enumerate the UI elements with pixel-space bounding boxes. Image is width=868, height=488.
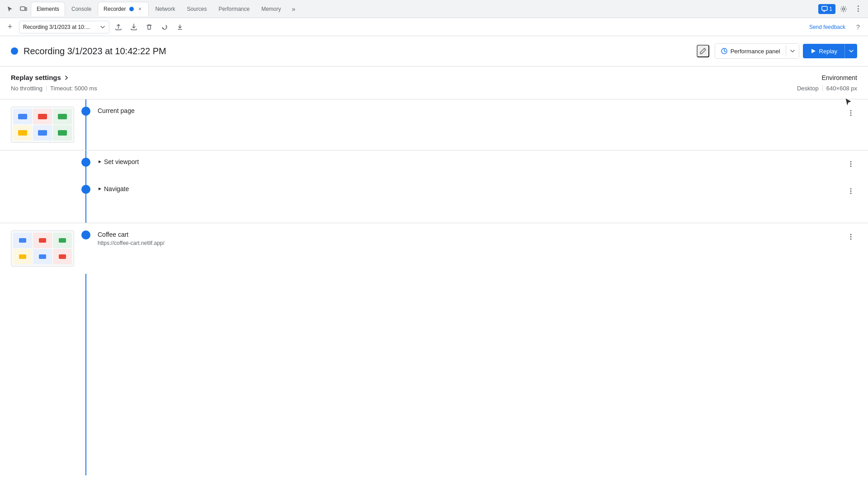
play-icon	[810, 48, 816, 54]
three-dots-navigate-icon	[847, 188, 854, 195]
settings-title-group: Replay settings No throttling Timeout: 5…	[11, 74, 97, 92]
device-mode-btn[interactable]	[17, 3, 30, 15]
step-dot-viewport	[81, 158, 90, 167]
dropdown-chevron-icon	[100, 24, 105, 30]
svg-point-8	[850, 113, 852, 114]
three-dots-coffee-icon	[847, 233, 854, 240]
tab-network[interactable]: Network	[150, 2, 180, 16]
coffee-cart-thumbnail	[11, 230, 74, 267]
svg-point-4	[843, 8, 845, 10]
step-dot-navigate	[81, 185, 90, 194]
step-dot-current-page	[81, 107, 90, 116]
svg-point-5	[163, 28, 164, 29]
step-more-coffee[interactable]	[844, 230, 857, 243]
recording-dot-icon	[129, 6, 134, 12]
gear-icon	[840, 5, 847, 13]
upload-icon	[115, 23, 122, 31]
toolbar: + Recording 3/1/2023 at 10:...	[0, 18, 868, 36]
step-more-viewport[interactable]	[844, 158, 857, 170]
step-expand-viewport[interactable]: Set viewport	[98, 158, 837, 165]
step-content-current-page: Current page	[98, 107, 837, 114]
svg-rect-1	[25, 8, 27, 10]
more-options-btn[interactable]: ⋮	[852, 3, 864, 15]
tab-memory[interactable]: Memory	[256, 2, 286, 16]
expand-icon-viewport	[98, 160, 102, 164]
step-dot-container	[81, 107, 90, 116]
import-btn[interactable]	[127, 21, 140, 33]
tab-bar: Elements Console Recorder × Network Sour…	[0, 0, 868, 18]
step-content-navigate: Navigate	[98, 185, 837, 192]
step-dot-container-viewport	[81, 158, 90, 167]
recording-selector[interactable]: Recording 3/1/2023 at 10:...	[19, 21, 109, 33]
env-divider	[822, 85, 823, 91]
more-tabs-btn[interactable]: »	[288, 3, 300, 15]
cursor-icon-btn[interactable]	[4, 3, 16, 15]
settings-details: No throttling Timeout: 5000 ms	[11, 85, 97, 92]
replay-btn-group: Replay	[803, 44, 857, 58]
settings-divider	[46, 85, 47, 92]
help-btn[interactable]: ?	[852, 21, 864, 33]
svg-point-15	[850, 193, 852, 194]
recording-status-dot	[11, 47, 18, 55]
download-icon	[130, 23, 137, 31]
close-recorder-tab[interactable]: ×	[137, 6, 143, 12]
main-content: Current page Set viewport	[0, 99, 868, 475]
performance-panel-group: Performance panel	[715, 43, 799, 59]
step-navigate: Navigate	[0, 178, 868, 205]
settings-expand-icon	[64, 75, 69, 80]
svg-point-14	[850, 191, 852, 192]
comment-icon	[821, 6, 828, 12]
add-recording-btn[interactable]: +	[4, 21, 16, 33]
svg-point-11	[850, 164, 852, 165]
env-details: Desktop 640×608 px	[797, 85, 857, 92]
delete-icon	[146, 23, 153, 31]
recording-header: Recording 3/1/2023 at 10:42:22 PM Perfor…	[0, 36, 868, 66]
svg-point-9	[850, 115, 852, 116]
performance-panel-btn[interactable]: Performance panel	[715, 44, 786, 58]
tab-console[interactable]: Console	[66, 2, 97, 16]
svg-point-7	[850, 110, 852, 112]
settings-btn[interactable]	[837, 3, 850, 15]
three-dots-viewport-icon	[847, 160, 854, 168]
coffee-dot-container	[81, 230, 90, 239]
edit-title-btn[interactable]	[697, 45, 709, 57]
performance-panel-icon	[721, 47, 728, 55]
replay-chevron-icon	[849, 48, 854, 54]
svg-rect-3	[822, 6, 827, 10]
svg-point-18	[850, 239, 852, 240]
svg-point-16	[850, 234, 852, 235]
performance-chevron-icon	[790, 48, 795, 54]
svg-point-10	[850, 161, 852, 163]
coffee-cart-section: Coffee cart https://coffee-cart.netlif.a…	[0, 223, 868, 274]
settings-title[interactable]: Replay settings	[11, 74, 97, 81]
notification-badge[interactable]: 1	[818, 4, 835, 14]
header-right: Performance panel Replay	[715, 43, 857, 59]
delete-btn[interactable]	[143, 21, 156, 33]
export-btn[interactable]	[112, 21, 125, 33]
step-thumbnail-current-page	[11, 107, 74, 143]
step-more-navigate[interactable]	[844, 185, 857, 197]
step-set-viewport: Set viewport	[0, 150, 868, 178]
replay-settings-section: Replay settings No throttling Timeout: 5…	[0, 66, 868, 99]
send-feedback-link[interactable]: Send feedback	[806, 22, 849, 32]
step-over-btn[interactable]	[158, 21, 171, 33]
expand-icon-navigate	[98, 187, 102, 191]
tab-bar-left: Elements Console Recorder × Network Sour…	[4, 2, 817, 16]
tab-sources[interactable]: Sources	[181, 2, 212, 16]
environment-section: Environment Desktop 640×608 px	[797, 74, 857, 92]
tab-recorder[interactable]: Recorder ×	[98, 2, 149, 16]
svg-point-12	[850, 166, 852, 167]
replay-btn[interactable]: Replay	[803, 44, 844, 58]
svg-point-13	[850, 188, 852, 190]
performance-panel-dropdown-btn[interactable]	[786, 44, 799, 58]
svg-rect-0	[20, 7, 25, 10]
pencil-icon	[699, 47, 707, 55]
step-expand-navigate[interactable]: Navigate	[98, 185, 837, 192]
replay-dropdown-btn[interactable]	[844, 44, 857, 58]
svg-point-17	[850, 236, 852, 238]
step-into-btn[interactable]	[174, 21, 186, 33]
cursor-position	[844, 97, 854, 110]
device-mode-icon	[20, 5, 27, 13]
tab-elements[interactable]: Elements	[31, 2, 65, 16]
tab-performance[interactable]: Performance	[213, 2, 255, 16]
